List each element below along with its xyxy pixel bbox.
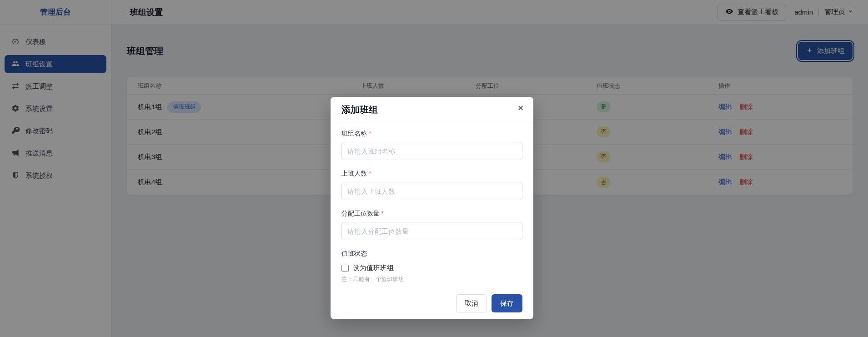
required-mark: * [381, 210, 384, 217]
field-label: 上班人数* [341, 170, 522, 178]
duty-checkbox-label: 设为值班班组 [353, 264, 394, 272]
field-label-text: 分配工位数量 [341, 210, 380, 217]
close-icon[interactable]: × [518, 103, 523, 112]
duty-status-label: 值班状态 [341, 250, 522, 258]
duty-checkbox-row: 设为值班班组 [341, 264, 522, 272]
required-mark: * [369, 170, 371, 177]
field-stations: 分配工位数量* [341, 210, 522, 240]
team-name-input[interactable] [341, 142, 522, 160]
add-team-modal: 添加班组 × 班组名称* 上班人数* 分配工位数量* 值班状态 设为值班班组 [331, 97, 533, 319]
modal-body: 班组名称* 上班人数* 分配工位数量* 值班状态 设为值班班组 注：只能有一个值… [331, 122, 533, 283]
duty-note: 注：只能有一个值班班组 [341, 276, 522, 283]
field-headcount: 上班人数* [341, 170, 522, 200]
cancel-button[interactable]: 取消 [456, 294, 487, 312]
field-label: 班组名称* [341, 130, 522, 138]
field-label-text: 上班人数 [341, 170, 367, 177]
modal-title: 添加班组 [341, 104, 522, 116]
modal-header: 添加班组 × [331, 97, 533, 122]
field-label: 分配工位数量* [341, 210, 522, 218]
field-label-text: 班组名称 [341, 130, 367, 137]
stations-input[interactable] [341, 222, 522, 240]
field-team-name: 班组名称* [341, 130, 522, 160]
save-button[interactable]: 保存 [492, 294, 522, 312]
duty-team-checkbox[interactable] [341, 265, 349, 272]
modal-footer: 取消 保存 [331, 283, 533, 319]
required-mark: * [369, 130, 371, 137]
headcount-input[interactable] [341, 182, 522, 200]
